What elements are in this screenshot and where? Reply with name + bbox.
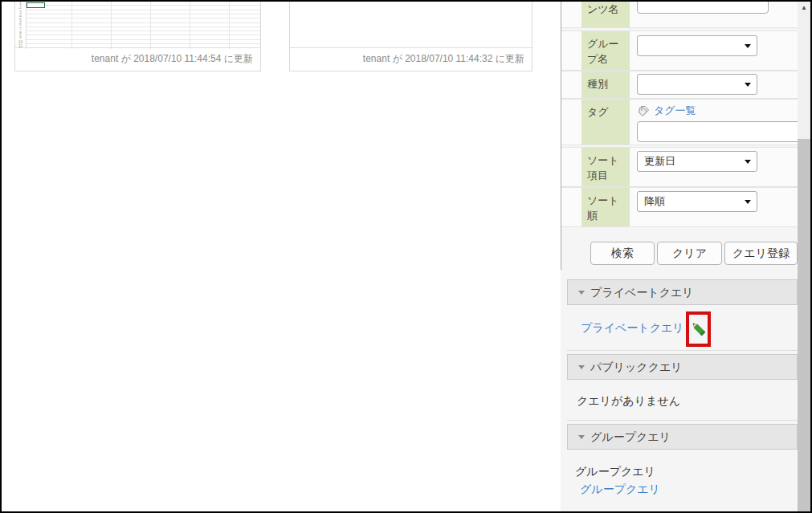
field-label: ソート順	[581, 188, 630, 226]
sort-item-select[interactable]: 更新日	[637, 151, 757, 172]
scrollbar-thumb[interactable]	[798, 139, 810, 511]
group-name-select[interactable]	[637, 35, 757, 56]
divider	[567, 420, 798, 421]
pencil-icon[interactable]	[690, 320, 708, 338]
card-updated-text: tenant が 2018/07/10 11:44:32 に更新	[290, 47, 532, 71]
form-row-sort-item: ソート項目 更新日	[561, 147, 798, 187]
type-select[interactable]	[637, 74, 757, 95]
search-button[interactable]: 検索	[590, 242, 655, 265]
grid-lines	[27, 2, 260, 49]
tag-list-link[interactable]: タグ一覧	[654, 104, 696, 118]
section-title: グループクエリ	[590, 430, 671, 443]
form-row-sort-order: ソート順 降順	[561, 187, 798, 227]
field-label: ソート項目	[581, 148, 630, 186]
field-label: コンテンツ名	[581, 0, 630, 27]
tags-icon	[637, 105, 650, 117]
section-header-private-query[interactable]: プライベートクエリ	[567, 279, 798, 305]
divider	[567, 350, 798, 351]
spreadsheet-preview: 1234567891011	[15, 2, 260, 49]
chevron-down-icon	[745, 83, 751, 87]
collapse-triangle-icon	[578, 365, 585, 369]
section-title: プライベートクエリ	[590, 286, 694, 299]
field-label: グループ名	[581, 31, 630, 70]
chevron-down-icon	[745, 200, 751, 204]
no-query-text: クエリがありません	[577, 394, 680, 409]
group-query-group-label: グループクエリ	[575, 465, 655, 479]
scroll-up-arrow-icon[interactable]: ▲	[798, 2, 810, 14]
section-header-group-query[interactable]: グループクエリ	[567, 424, 798, 450]
app-window: 1234567891011 tenant が 2018/07/10 11:44:…	[0, 0, 812, 513]
content-card-spreadsheet[interactable]: 1234567891011 tenant が 2018/07/10 11:44:…	[14, 1, 261, 71]
clear-button[interactable]: クリア	[657, 242, 722, 265]
section-title: パブリッククエリ	[590, 360, 683, 373]
field-label: 種別	[581, 71, 630, 98]
form-row-group-name: グループ名	[561, 31, 798, 71]
sort-order-select[interactable]: 降順	[637, 191, 757, 212]
tag-input[interactable]	[637, 121, 801, 142]
collapse-triangle-icon	[578, 291, 585, 295]
private-query-link[interactable]: プライベートクエリ	[581, 321, 684, 336]
content-card-blank[interactable]: tenant が 2018/07/10 11:44:32 に更新	[289, 1, 532, 71]
select-value: 降順	[644, 195, 665, 207]
scrollbar[interactable]: ▲	[798, 2, 810, 511]
field-label: タグ	[581, 100, 630, 145]
collapse-triangle-icon	[578, 435, 585, 439]
highlight-box	[686, 311, 711, 347]
chevron-down-icon	[745, 44, 751, 48]
chevron-down-icon	[745, 160, 751, 164]
select-value: 更新日	[644, 155, 675, 167]
form-row-type: 種別	[561, 71, 798, 99]
register-query-button[interactable]: クエリ登録	[724, 242, 798, 265]
form-row-tag: タグ タグ一覧	[561, 99, 798, 145]
content-name-input[interactable]	[637, 0, 769, 14]
row-gutter: 1234567891011	[15, 2, 27, 49]
group-query-link[interactable]: グループクエリ	[580, 482, 660, 497]
card-updated-text: tenant が 2018/07/10 11:44:54 に更新	[15, 47, 260, 71]
selected-cell	[27, 2, 45, 8]
form-row-content-name: コンテンツ名	[561, 0, 798, 28]
section-header-public-query[interactable]: パブリッククエリ	[567, 354, 798, 380]
